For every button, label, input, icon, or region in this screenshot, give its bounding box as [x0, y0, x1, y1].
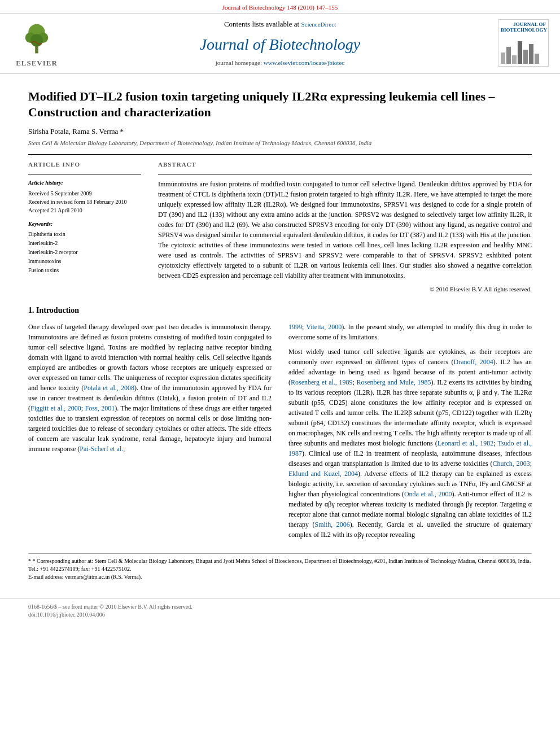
journal-title: Journal of Biotechnology — [200, 33, 361, 55]
ref-rosenbergmule1985[interactable]: Rosenberg and Mule, 1985 — [357, 378, 431, 386]
ref-dranoff2004[interactable]: Dranoff, 2004 — [454, 358, 493, 366]
intro-right-para2: Most widely used tumor cell selective li… — [288, 347, 532, 540]
contents-text: Contents lists available at — [224, 20, 299, 28]
divider-abstract — [158, 174, 532, 174]
intro-columns: One class of targeted therapy developed … — [28, 322, 532, 544]
ref-figgitt2000[interactable]: Figgitt et al., 2000 — [30, 404, 81, 412]
homepage-url[interactable]: www.elsevier.com/locate/jbiotec — [264, 59, 344, 66]
revised-date: Received in revised form 18 February 201… — [28, 198, 141, 206]
article-info-heading: ARTICLE INFO — [28, 160, 141, 169]
ref-church2003[interactable]: Church, 2003 — [493, 460, 530, 468]
ref-rosenberg1989[interactable]: Rosenberg et al., 1989 — [291, 378, 353, 386]
issn-text: 0168-1656/$ – see front matter © 2010 El… — [28, 603, 532, 611]
ref-leonard1982[interactable]: Leonard et al., 1982 — [438, 439, 493, 447]
citation-bar: Journal of Biotechnology 148 (2010) 147–… — [0, 0, 560, 14]
divider-top — [28, 154, 532, 155]
affiliation: Stem Cell & Molecular Biology Laboratory… — [28, 139, 532, 147]
abstract-col: ABSTRACT Immunotoxins are fusion protein… — [158, 160, 532, 294]
journal-homepage: journal homepage: www.elsevier.com/locat… — [216, 59, 344, 67]
divider-info — [28, 174, 141, 174]
article-title: Modified DT–IL2 fusion toxin targeting u… — [28, 89, 532, 121]
journal-logo-title: Journal ofBIOTECHNOLOGY — [501, 22, 546, 33]
keywords-label: Keywords: — [28, 220, 141, 228]
ref-vitetta2000[interactable]: Vitetta, 2000 — [306, 323, 342, 331]
journal-header: ELSEVIER Contents lists available at Sci… — [0, 14, 560, 73]
svg-point-4 — [30, 34, 43, 47]
ref-eklund2004[interactable]: Eklund and Kuzel, 2004 — [288, 470, 358, 478]
introduction-section: 1. Introduction One class of targeted th… — [28, 305, 532, 544]
abstract-heading: ABSTRACT — [158, 160, 532, 169]
journal-logo-box: Journal ofBIOTECHNOLOGY — [498, 19, 549, 67]
contents-line: Contents lists available at ScienceDirec… — [224, 19, 336, 29]
footnote-star: * * Corresponding author at: Stem Cell &… — [28, 557, 532, 573]
intro-left-para1: One class of targeted therapy developed … — [28, 322, 272, 454]
article-history-label: Article history: — [28, 179, 141, 187]
received-date: Received 5 September 2009 — [28, 189, 141, 198]
authors: Sirisha Potala, Rama S. Verma * — [28, 126, 532, 137]
ref-tsudo1987[interactable]: Tsudo et al., 1987 — [288, 439, 532, 457]
intro-heading: 1. Introduction — [28, 305, 532, 316]
article-info-col: ARTICLE INFO Article history: Received 5… — [28, 160, 141, 294]
sciencedirect-link[interactable]: ScienceDirect — [301, 21, 336, 28]
ref-smith2006[interactable]: Smith, 2006 — [315, 521, 350, 528]
intro-right-para1: 1999; Vitetta, 2000). In the present stu… — [288, 322, 532, 342]
doi-text: doi:10.1016/j.jbiotec.2010.04.006 — [28, 611, 532, 619]
journal-header-center: Contents lists available at ScienceDirec… — [68, 19, 492, 67]
ref-foss2001[interactable]: Foss, 2001 — [85, 404, 115, 412]
abstract-text: Immunotoxins are fusion proteins of modi… — [158, 179, 532, 281]
intro-col-left: One class of targeted therapy developed … — [28, 322, 272, 544]
ref-potala2008[interactable]: Potala et al., 2008 — [84, 384, 134, 392]
footnote-area: * * Corresponding author at: Stem Cell &… — [28, 553, 532, 581]
elsevier-label: ELSEVIER — [16, 58, 58, 68]
intro-col-right: 1999; Vitetta, 2000). In the present stu… — [288, 322, 532, 544]
ref-paischerf[interactable]: Pai-Scherf et al., — [80, 445, 125, 453]
ref-onda2000[interactable]: Onda et al., 2000 — [404, 490, 452, 498]
footnote-email: E-mail address: vermars@iitm.ac.in (R.S.… — [28, 573, 532, 581]
elsevier-tree-icon — [20, 22, 54, 56]
svg-rect-0 — [35, 46, 38, 54]
keywords-text: Diphtheria toxin Interleukin-2 Interleuk… — [28, 230, 141, 275]
copyright: © 2010 Elsevier B.V. All rights reserved… — [158, 285, 532, 294]
article-info-abstract: ARTICLE INFO Article history: Received 5… — [28, 160, 532, 294]
bottom-bar: 0168-1656/$ – see front matter © 2010 El… — [0, 598, 560, 621]
citation-text: Journal of Biotechnology 148 (2010) 147–… — [222, 4, 338, 11]
accepted-date: Accepted 21 April 2010 — [28, 206, 141, 215]
ref-1999[interactable]: 1999 — [288, 323, 302, 331]
elsevier-logo: ELSEVIER — [11, 22, 62, 68]
logo-chart — [501, 36, 546, 64]
main-content: Modified DT–IL2 fusion toxin targeting u… — [0, 74, 560, 592]
